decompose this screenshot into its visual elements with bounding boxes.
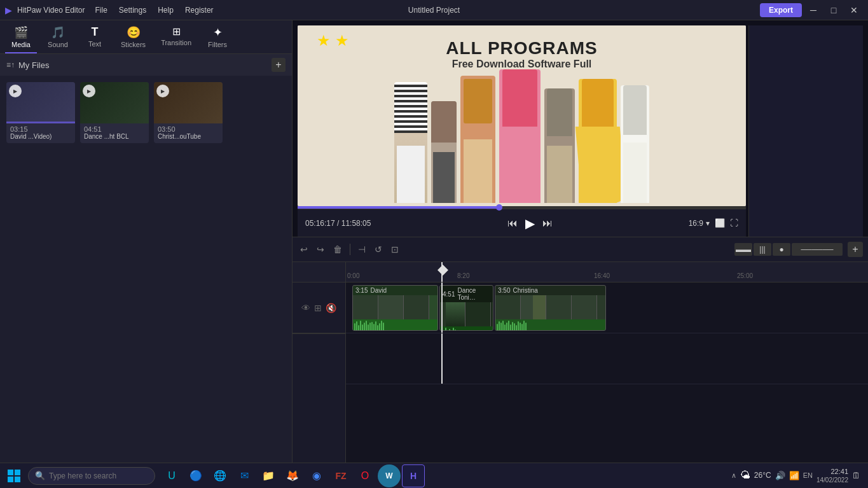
taskbar-app-mail[interactable]: ✉ (233, 464, 256, 487)
start-button[interactable] (3, 464, 25, 487)
track-layout-button[interactable]: ⊞ (314, 303, 322, 313)
menu-register[interactable]: Register (180, 4, 219, 16)
taskbar-app-ie[interactable]: 🌐 (209, 464, 231, 487)
svg-rect-0 (8, 470, 13, 475)
taskbar-app-firefox[interactable]: 🦊 (281, 464, 304, 487)
app-name: HitPaw Video Editor (17, 6, 85, 15)
taskbar-app-hitpaw[interactable]: H (402, 464, 425, 487)
playhead-diamond (437, 265, 448, 275)
toolbar-tabs: 🎬 Media 🎵 Sound T Text 😊 Stickers ⊞ Tran… (0, 20, 292, 54)
timeline-clip-3[interactable]: 3:50 Christina (495, 285, 606, 331)
timeline-clip-2[interactable]: 4:51 Dance Toni… (439, 285, 493, 331)
audio-levels-button[interactable]: ||| (754, 243, 771, 256)
tab-text-label: Text (88, 40, 101, 48)
video-track: 3:15 David (346, 282, 868, 333)
tab-transition[interactable]: ⊞ Transition (156, 23, 196, 53)
speaker-icon: 📶 (789, 471, 799, 480)
clip-1-waveform (353, 319, 437, 331)
tab-text[interactable]: T Text (79, 23, 111, 53)
ruler-mark-3: 25:00 (737, 272, 753, 279)
app-menu: File Settings Help Register (90, 4, 219, 16)
close-button[interactable]: ✕ (845, 3, 863, 17)
delete-button[interactable]: 🗑 (331, 243, 345, 256)
clip-3-frame-2 (521, 295, 546, 319)
media-info-3: 03:50 Christ...ouTube (154, 123, 223, 143)
timeline-ruler: 0:00 8:20 16:40 25:00 33:20 41:40 (346, 262, 868, 282)
crop-timeline-button[interactable]: ⊡ (389, 243, 401, 256)
menu-help[interactable]: Help (153, 4, 179, 16)
taskbar-app-wordpress[interactable]: W (378, 464, 401, 487)
sort-icon[interactable]: ≡↑ (6, 60, 15, 69)
media-duration-3: 03:50 (158, 125, 219, 133)
current-time: 05:16:17 (305, 219, 335, 228)
search-input[interactable] (49, 471, 148, 480)
menu-settings[interactable]: Settings (114, 4, 151, 16)
taskbar-app-uiribbon[interactable]: U (160, 464, 183, 487)
minimize-button[interactable]: ─ (804, 3, 822, 17)
media-card-1[interactable]: ▶ 03:15 David ...Video) (6, 82, 75, 143)
media-info-1: 03:15 David ...Video) (6, 123, 75, 143)
rewind-button[interactable]: ⏮ (507, 218, 518, 229)
add-media-button[interactable]: + (272, 58, 286, 72)
tab-stickers[interactable]: 😊 Stickers (116, 23, 151, 53)
undo-button[interactable]: ↩ (298, 243, 310, 256)
audio-dots-button[interactable]: ● (773, 243, 790, 256)
export-button[interactable]: Export (760, 3, 802, 17)
split-button[interactable]: ⊣ (355, 243, 368, 256)
show-hidden-icons[interactable]: ∧ (731, 471, 736, 480)
play-icon-2: ▶ (83, 85, 95, 97)
media-icon: 🎬 (14, 25, 28, 39)
crop-button[interactable]: ⬜ (715, 218, 725, 228)
clip-2-header: 4:51 Dance Toni… (440, 286, 493, 302)
taskbar-app-explorer[interactable]: 📁 (257, 464, 280, 487)
clip-2-frame-2 (465, 302, 491, 326)
clock-date: 14/02/2022 (816, 476, 848, 484)
redo-button[interactable]: ↪ (314, 243, 327, 256)
media-name-1: David ...Video) (10, 133, 71, 140)
timeline-toolbar: ↩ ↪ 🗑 ⊣ ↺ ⊡ ▬▬ ||| ● ────── + (293, 237, 868, 262)
ratio-selector[interactable]: 16:9 ▾ (689, 219, 710, 228)
media-card-3[interactable]: ▶ 03:50 Christ...ouTube (154, 82, 223, 143)
tab-sound[interactable]: 🎵 Sound (42, 23, 74, 53)
clip-2-waveform (440, 326, 493, 331)
rotate-left-button[interactable]: ↺ (372, 243, 385, 256)
zoom-slider-button[interactable]: ────── (792, 243, 843, 256)
play-button[interactable]: ▶ (525, 216, 535, 231)
timeline-left-col: 👁 ⊞ 🔇 (293, 262, 346, 488)
media-duration-1: 03:15 (10, 125, 71, 133)
play-icon-3: ▶ (156, 85, 169, 97)
tab-media-label: Media (11, 41, 31, 48)
media-thumb-1: ▶ (6, 82, 75, 123)
notification-icon[interactable]: 🗓 (852, 471, 860, 480)
search-box[interactable]: 🔍 (28, 467, 155, 485)
clip-3-name: Christina (513, 287, 537, 294)
taskbar-app-filezilla[interactable]: FZ (329, 464, 352, 487)
media-card-2[interactable]: ▶ 04:51 Dance ...ht BCL (80, 82, 149, 143)
playback-buttons: ⏮ ▶ ⏭ (507, 216, 553, 231)
system-clock[interactable]: 22:41 14/02/2022 (816, 467, 848, 484)
search-icon: 🔍 (35, 471, 45, 480)
fullscreen-button[interactable]: ⛶ (730, 218, 738, 228)
clip-2-duration: 4:51 (443, 291, 455, 298)
fast-forward-button[interactable]: ⏭ (542, 218, 553, 229)
track-eye-button[interactable]: 👁 (301, 303, 310, 313)
track-mute-button[interactable]: 🔇 (326, 303, 336, 313)
progress-bar[interactable] (298, 206, 746, 209)
add-track-button[interactable]: + (848, 242, 863, 257)
tab-filters[interactable]: ✦ Filters (202, 23, 233, 53)
tab-media[interactable]: 🎬 Media (5, 23, 37, 53)
clip-3-duration: 3:50 (498, 287, 510, 294)
taskbar-app-chrome[interactable]: ◉ (305, 464, 328, 487)
taskbar-app-edge[interactable]: 🔵 (184, 464, 207, 487)
timeline-clip-1[interactable]: 3:15 David (352, 285, 438, 331)
menu-file[interactable]: File (90, 4, 113, 16)
tab-filters-label: Filters (208, 41, 227, 48)
taskbar-app-opera[interactable]: O (354, 464, 376, 487)
tab-transition-label: Transition (161, 39, 191, 46)
clip-1-header: 3:15 David (353, 286, 437, 295)
timeline-tracks-container: 0:00 8:20 16:40 25:00 33:20 41:40 (346, 262, 868, 488)
maximize-button[interactable]: □ (825, 3, 843, 17)
clip-1-frame-3 (404, 295, 429, 319)
zoom-fit-button[interactable]: ▬▬ (734, 243, 752, 256)
stickers-icon: 😊 (127, 25, 141, 39)
